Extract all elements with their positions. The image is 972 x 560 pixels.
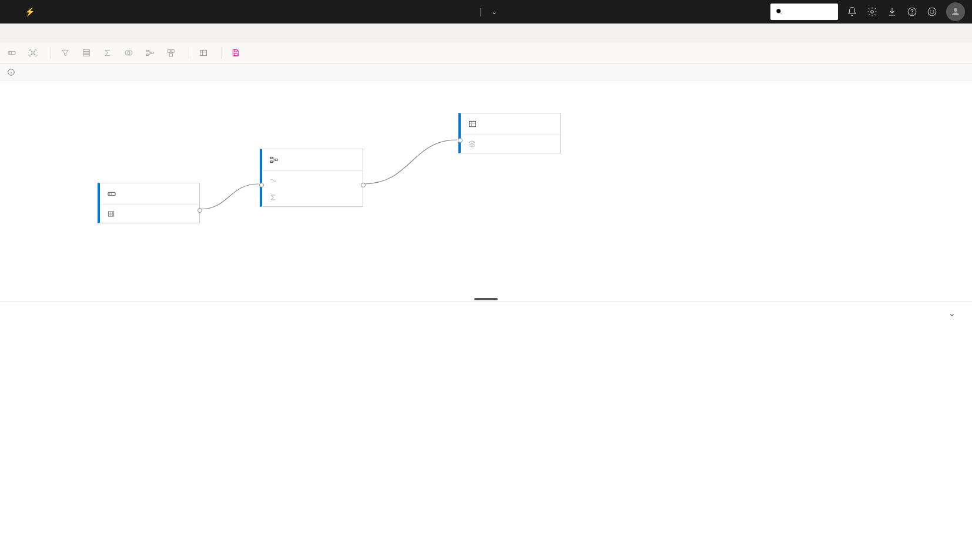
svg-rect-26 [200,50,207,55]
toolbar [0,42,972,63]
group-by-button[interactable] [145,48,158,58]
svg-rect-21 [146,54,149,56]
svg-rect-16 [83,52,90,53]
svg-rect-22 [151,52,153,53]
help-button[interactable] [906,6,918,18]
event-hub-icon [7,48,16,58]
table-icon [107,210,115,218]
svg-point-11 [29,49,31,51]
svg-rect-9 [8,51,15,54]
toolbar-separator [221,47,222,59]
download-button[interactable] [886,6,898,18]
svg-point-13 [29,55,31,56]
svg-rect-25 [169,53,172,56]
ribbon-tabs [0,24,972,42]
svg-point-12 [35,49,36,51]
svg-rect-24 [172,49,175,52]
chevron-down-icon: ⌄ [491,8,497,16]
svg-rect-17 [83,54,90,56]
event-hub-button[interactable] [7,48,20,58]
layers-icon [468,140,476,148]
iot-hub-icon [28,48,38,58]
svg-rect-27 [234,49,237,51]
filter-icon [61,48,70,58]
preview-body [0,311,972,522]
save-button[interactable] [231,48,244,58]
filter-button[interactable] [61,48,73,58]
node-event-hub[interactable] [98,183,200,223]
manage-fields-icon [82,48,91,58]
union-button[interactable] [166,48,179,58]
svg-rect-30 [108,192,115,195]
svg-rect-23 [168,49,171,52]
svg-point-0 [776,9,780,13]
svg-rect-35 [470,121,476,126]
info-icon [7,68,15,76]
toolbar-separator [189,47,189,59]
svg-point-2 [871,11,874,14]
svg-point-14 [35,55,36,56]
output-port[interactable] [197,208,202,213]
join-button[interactable] [124,48,137,58]
iot-hub-button[interactable] [28,48,41,58]
search-input[interactable] [770,4,838,20]
node-group-by[interactable] [260,149,363,207]
topbar: ⚡ | ⌄ [0,0,972,24]
person-icon [950,6,961,17]
svg-rect-33 [270,161,273,163]
output-port[interactable] [361,183,366,187]
svg-point-8 [954,8,957,12]
output-table-icon [468,119,477,129]
svg-rect-28 [234,53,237,55]
manage-fields-button[interactable] [82,48,95,58]
event-hub-icon [107,189,116,199]
input-port[interactable] [259,183,264,187]
chevron-down-icon[interactable]: ⌄ [948,308,956,318]
group-by-icon [145,48,155,58]
save-icon [231,48,240,58]
user-avatar[interactable] [946,2,965,21]
bottom-panel: ⌄ [0,301,972,522]
group-by-icon [269,155,279,165]
download-icon [887,6,897,17]
svg-rect-20 [146,50,149,52]
bottom-tabs: ⌄ [0,301,972,311]
input-port[interactable] [458,138,462,143]
notifications-button[interactable] [846,6,858,18]
svg-point-5 [928,8,936,16]
svg-point-4 [912,14,913,14]
breadcrumb[interactable]: | ⌄ [475,7,497,16]
settings-button[interactable] [866,6,878,18]
svg-line-1 [780,13,782,15]
sigma-icon [269,193,277,202]
union-icon [166,48,176,58]
info-bar [0,63,972,81]
smile-icon [927,6,937,17]
gear-icon [867,6,877,17]
join-icon [124,48,133,58]
search-icon [775,8,783,16]
toolbar-separator [51,47,51,59]
bell-icon [847,6,857,17]
svg-rect-32 [270,157,273,159]
sigma-icon [103,48,112,58]
output-table-button[interactable] [199,48,212,58]
output-table-icon [199,48,208,58]
help-icon [907,6,917,17]
snapshot-icon [269,176,277,184]
lightning-icon: ⚡ [25,7,35,16]
separator: | [480,7,482,16]
svg-point-6 [930,11,931,11]
aggregate-button[interactable] [103,48,116,58]
svg-rect-34 [275,159,277,161]
svg-rect-31 [108,212,113,216]
node-output-table[interactable] [458,113,561,153]
svg-point-7 [933,11,934,11]
feedback-button[interactable] [926,6,938,18]
svg-rect-15 [83,49,90,51]
diagram-canvas[interactable] [0,81,972,297]
